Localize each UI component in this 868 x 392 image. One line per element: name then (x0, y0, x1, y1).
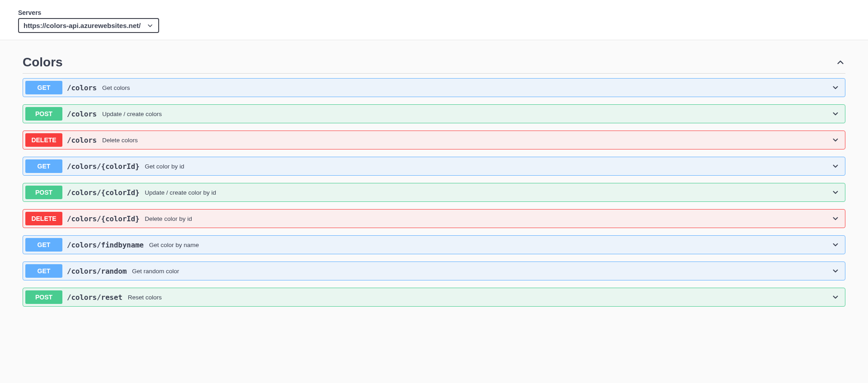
chevron-up-icon (835, 57, 845, 67)
operation-row[interactable]: GET/colorsGet colors (23, 78, 845, 97)
operation-summary: Update / create colors (102, 111, 162, 117)
chevron-down-icon (831, 188, 840, 196)
chevron-down-icon (831, 267, 840, 275)
operation-path: /colors (67, 110, 97, 118)
servers-label: Servers (18, 9, 850, 16)
operation-row[interactable]: GET/colors/randomGet random color (23, 261, 845, 280)
operations-list: GET/colorsGet colorsPOST/colorsUpdate / … (23, 78, 845, 307)
chevron-down-icon (831, 215, 840, 223)
operation-path: /colors (67, 136, 97, 145)
main-content: Colors GET/colorsGet colorsPOST/colorsUp… (0, 40, 868, 383)
chevron-down-icon (831, 110, 840, 118)
operation-summary: Update / create color by id (145, 189, 216, 196)
method-badge: POST (25, 290, 62, 304)
operation-row[interactable]: POST/colors/{colorId}Update / create col… (23, 183, 845, 202)
operation-path: /colors/findbyname (67, 241, 144, 249)
server-selected-text: https://colors-api.azurewebsites.net/ (24, 22, 141, 29)
method-badge: DELETE (25, 133, 62, 147)
operation-row[interactable]: DELETE/colorsDelete colors (23, 131, 845, 149)
method-badge: GET (25, 159, 62, 173)
chevron-down-icon (146, 22, 154, 29)
chevron-down-icon (831, 162, 840, 170)
servers-section: Servers https://colors-api.azurewebsites… (0, 0, 868, 40)
method-badge: POST (25, 186, 62, 199)
operation-path: /colors (67, 84, 97, 92)
operation-row[interactable]: DELETE/colors/{colorId}Delete color by i… (23, 209, 845, 228)
chevron-down-icon (831, 241, 840, 249)
operation-path: /colors/{colorId} (67, 215, 139, 223)
method-badge: GET (25, 264, 62, 278)
server-select[interactable]: https://colors-api.azurewebsites.net/ (18, 18, 159, 33)
operation-path: /colors/{colorId} (67, 162, 139, 171)
method-badge: POST (25, 107, 62, 121)
method-badge: GET (25, 238, 62, 252)
operation-row[interactable]: GET/colors/{colorId}Get color by id (23, 157, 845, 176)
chevron-down-icon (831, 293, 840, 301)
operation-summary: Get colors (102, 84, 130, 91)
chevron-down-icon (831, 136, 840, 144)
operation-summary: Get color by name (149, 242, 199, 248)
method-badge: DELETE (25, 212, 62, 225)
operation-path: /colors/reset (67, 293, 123, 302)
method-badge: GET (25, 81, 62, 94)
operation-path: /colors/random (67, 267, 127, 275)
operation-summary: Reset colors (128, 294, 162, 301)
chevron-down-icon (831, 84, 840, 92)
operation-summary: Get random color (132, 268, 179, 275)
operation-summary: Delete color by id (145, 215, 192, 222)
tag-title: Colors (23, 55, 63, 70)
operation-summary: Get color by id (145, 163, 184, 170)
operation-row[interactable]: POST/colorsUpdate / create colors (23, 104, 845, 123)
operation-path: /colors/{colorId} (67, 188, 139, 197)
operation-row[interactable]: GET/colors/findbynameGet color by name (23, 235, 845, 254)
operation-summary: Delete colors (102, 137, 138, 144)
operation-row[interactable]: POST/colors/resetReset colors (23, 288, 845, 307)
tag-header[interactable]: Colors (23, 51, 845, 74)
